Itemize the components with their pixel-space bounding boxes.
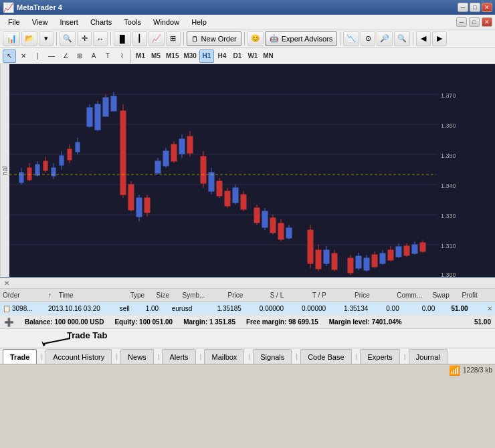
tf-m15[interactable]: M15 <box>164 49 181 63</box>
tab-trade[interactable]: Trade <box>3 349 37 364</box>
template-button[interactable]: ⊙ <box>361 31 375 46</box>
status-bar: 📶 1228/3 kb <box>0 364 495 376</box>
open-dropdown-button[interactable]: ▾ <box>39 31 54 46</box>
col-header-time: Time <box>56 292 128 299</box>
separator4 <box>244 32 245 45</box>
terminal-table-header: Order ↑ Time Type Size Symb... Price S /… <box>0 289 495 302</box>
balance-icon: ➕ <box>4 318 14 327</box>
open-button[interactable]: 📂 <box>21 31 37 46</box>
zoom-out-button[interactable]: 🔎 <box>377 31 393 46</box>
tab-code-base[interactable]: Code Base <box>300 349 351 364</box>
tf-m30[interactable]: M30 <box>181 49 198 63</box>
zoom-in-button[interactable]: 🔍 <box>60 31 76 46</box>
separator-tabs3: | <box>158 349 160 364</box>
bar-chart-button[interactable]: ▐▌ <box>114 31 131 46</box>
terminal-close-button[interactable]: ✕ <box>3 279 11 288</box>
tab-mailbox[interactable]: Mailbox <box>204 349 244 364</box>
svg-text:1.350: 1.350 <box>441 152 456 159</box>
tf-h4[interactable]: H4 <box>215 49 229 63</box>
minimize-button[interactable]: ─ <box>458 3 468 12</box>
inner-close-button[interactable]: ✕ <box>482 17 492 27</box>
tab-signals[interactable]: Signals <box>253 349 292 364</box>
tab-account-history[interactable]: Account History <box>45 349 112 364</box>
svg-text:1.360: 1.360 <box>441 122 456 129</box>
text-tool-button[interactable]: A <box>87 49 100 63</box>
col-header-symbol: Symb... <box>179 292 225 299</box>
svg-rect-68 <box>278 223 284 239</box>
scroll-button[interactable]: ↔ <box>93 31 108 46</box>
chart-area[interactable]: 1.370 1.360 1.350 1.340 1.330 1.310 1.30… <box>9 64 495 277</box>
tf-m1[interactable]: M1 <box>133 49 148 63</box>
equity-text: Equity: 100 051.00 <box>114 318 173 326</box>
separator-tabs2: | <box>116 349 118 364</box>
menu-file[interactable]: File <box>3 17 25 27</box>
fibonacci-tool-button[interactable]: ⌇ <box>115 49 128 63</box>
menu-tools[interactable]: Tools <box>118 17 146 27</box>
inner-minimize-button[interactable]: ─ <box>456 17 467 27</box>
back-button[interactable]: ◀ <box>416 31 431 46</box>
menu-charts[interactable]: Charts <box>85 17 117 27</box>
svg-rect-76 <box>324 250 329 263</box>
col-header-type: Type <box>128 292 154 299</box>
balance-row: ➕ Balance: 100 000.00 USD Equity: 100 05… <box>0 316 495 329</box>
svg-rect-62 <box>254 208 260 223</box>
margin-text: Margin: 1 351.85 <box>183 318 235 326</box>
menu-insert[interactable]: Insert <box>54 17 84 27</box>
trade-swap: 0.00 <box>419 305 449 312</box>
svg-rect-52 <box>209 173 214 191</box>
close-button[interactable]: ✕ <box>482 3 492 12</box>
profit-total: 51.00 <box>474 318 491 326</box>
trade-order: 📋 3098... <box>0 305 45 312</box>
separator3 <box>183 32 184 45</box>
new-order-button[interactable]: 🗒 New Order <box>187 31 241 46</box>
trendline-tool-button[interactable]: ∠ <box>59 49 72 63</box>
menu-view[interactable]: View <box>27 17 54 27</box>
tab-experts[interactable]: Experts <box>360 349 399 364</box>
tab-news[interactable]: News <box>120 349 154 364</box>
zoom-in2-button[interactable]: 🔍 <box>394 31 410 46</box>
trade-row[interactable]: 📋 3098... 2013.10.16 03:20 sell 1.00 eur… <box>0 302 495 316</box>
new-chart-button[interactable]: 📊 <box>3 31 20 46</box>
svg-rect-56 <box>225 191 230 206</box>
col-header-profit: Profit <box>459 292 495 299</box>
tab-journal[interactable]: Journal <box>409 349 448 364</box>
inner-restore-button[interactable]: □ <box>469 17 480 27</box>
col-header-sort[interactable]: ↑ <box>45 292 56 299</box>
forward-button[interactable]: ▶ <box>432 31 447 46</box>
crosshair-button[interactable]: ✛ <box>77 31 92 46</box>
svg-rect-82 <box>356 256 361 268</box>
tf-h1[interactable]: H1 <box>199 49 214 63</box>
candle-button[interactable]: ┃ <box>132 31 147 46</box>
hline-tool-button[interactable]: — <box>45 49 58 63</box>
svg-rect-30 <box>111 96 116 111</box>
trade-sl: 0.00000 <box>257 305 299 312</box>
open-icon: 📂 <box>25 34 34 43</box>
arrow-tool-button[interactable]: ↖ <box>3 49 16 63</box>
indicator-button[interactable]: 📉 <box>343 31 359 46</box>
menu-window[interactable]: Window <box>148 17 185 27</box>
textbox-tool-button[interactable]: T <box>101 49 114 63</box>
expert-advisors-button[interactable]: 🤖 Expert Advisors <box>265 31 337 46</box>
grid-tool-button[interactable]: ⊞ <box>73 49 86 63</box>
maximize-button[interactable]: □ <box>470 3 480 12</box>
svg-text:1.340: 1.340 <box>441 183 456 189</box>
svg-rect-88 <box>380 253 385 263</box>
bottom-tabs: Trade | Account History | News | Alerts … <box>0 348 495 364</box>
svg-rect-46 <box>179 139 185 154</box>
svg-rect-10 <box>27 168 31 180</box>
cross-tool-button[interactable]: ✕ <box>17 49 30 63</box>
tab-alerts[interactable]: Alerts <box>162 349 195 364</box>
svg-rect-80 <box>348 258 353 273</box>
tf-d1[interactable]: D1 <box>230 49 245 63</box>
separator1 <box>56 32 57 45</box>
toolbar1: 📊 📂 ▾ 🔍 ✛ ↔ ▐▌ ┃ 📈 ⊞ 🗒 New Order 😊 🤖 Exp… <box>0 29 495 48</box>
line-chart-button[interactable]: 📈 <box>148 31 165 46</box>
menu-help[interactable]: Help <box>186 17 212 27</box>
tf-w1[interactable]: W1 <box>245 49 260 63</box>
tf-mn[interactable]: MN <box>261 49 276 63</box>
trade-close-button[interactable]: ✕ <box>484 305 495 312</box>
status-right: 📶 1228/3 kb <box>449 365 492 376</box>
vline-tool-button[interactable]: | <box>31 49 44 63</box>
tf-m5[interactable]: M5 <box>148 49 163 63</box>
period-sep-button[interactable]: ⊞ <box>166 31 181 46</box>
